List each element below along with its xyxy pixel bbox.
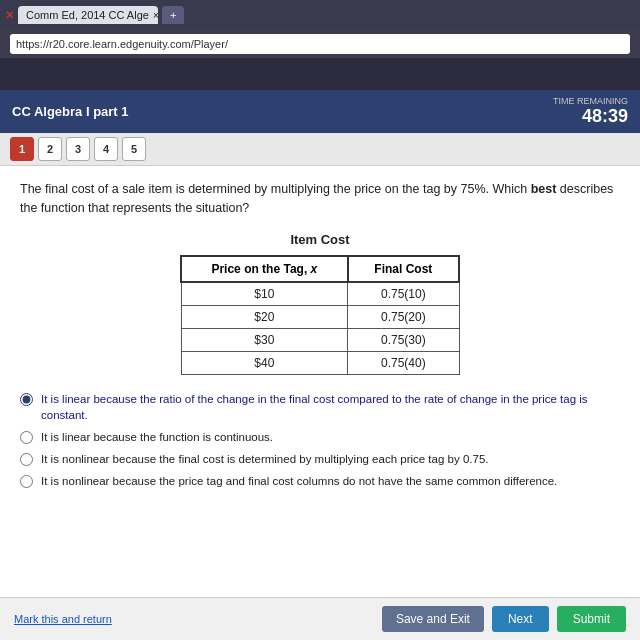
time-remaining-value: 48:39 [582, 106, 628, 126]
question-text-part1: The final cost of a sale item is determi… [20, 182, 531, 196]
option-item-1: It is linear because the ratio of the ch… [20, 391, 620, 423]
option-item-2: It is linear because the function is con… [20, 429, 620, 445]
question-nav-btn-5[interactable]: 5 [122, 137, 146, 161]
browser-chrome: ✕ Comm Ed, 2014 CC Alge × + [0, 0, 640, 90]
submit-button[interactable]: Submit [557, 606, 626, 632]
table-header-price: Price on the Tag, x [181, 256, 348, 282]
table-row: $40 0.75(40) [181, 351, 459, 374]
question-nav-btn-3[interactable]: 3 [66, 137, 90, 161]
table-cell-final-2: 0.75(20) [348, 305, 459, 328]
option-text-4: It is nonlinear because the price tag an… [41, 473, 557, 489]
next-button[interactable]: Next [492, 606, 549, 632]
new-tab-button[interactable]: + [162, 6, 184, 24]
main-content: CC Algebra I part 1 TIME REMAINING 48:39… [0, 90, 640, 640]
option-radio-2[interactable] [20, 431, 33, 444]
question-text-bold: best [531, 182, 557, 196]
table-cell-price-1: $10 [181, 282, 348, 306]
active-tab-label: Comm Ed, 2014 CC Alge [26, 9, 149, 21]
answer-options: It is linear because the ratio of the ch… [20, 391, 620, 489]
address-bar [0, 30, 640, 58]
option-radio-3[interactable] [20, 453, 33, 466]
save-exit-button[interactable]: Save and Exit [382, 606, 484, 632]
question-text: The final cost of a sale item is determi… [20, 180, 620, 218]
table-row: $20 0.75(20) [181, 305, 459, 328]
question-nav-btn-4[interactable]: 4 [94, 137, 118, 161]
mark-return-link[interactable]: Mark this and return [14, 613, 112, 625]
table-row: $10 0.75(10) [181, 282, 459, 306]
question-nav-btn-2[interactable]: 2 [38, 137, 62, 161]
footer-buttons: Save and Exit Next Submit [382, 606, 626, 632]
table-cell-price-3: $30 [181, 328, 348, 351]
lms-header: CC Algebra I part 1 TIME REMAINING 48:39 [0, 90, 640, 133]
table-header-final: Final Cost [348, 256, 459, 282]
option-radio-1[interactable] [20, 393, 33, 406]
table-cell-price-4: $40 [181, 351, 348, 374]
table-title: Item Cost [20, 232, 620, 247]
question-nav-btn-1[interactable]: 1 [10, 137, 34, 161]
option-text-2: It is linear because the function is con… [41, 429, 273, 445]
address-input[interactable] [10, 34, 630, 54]
time-remaining-block: TIME REMAINING 48:39 [553, 96, 628, 127]
table-cell-final-4: 0.75(40) [348, 351, 459, 374]
footer: Mark this and return Save and Exit Next … [0, 597, 640, 640]
table-cell-final-1: 0.75(10) [348, 282, 459, 306]
table-row: $30 0.75(30) [181, 328, 459, 351]
option-radio-4[interactable] [20, 475, 33, 488]
time-remaining-label: TIME REMAINING [553, 96, 628, 106]
option-text-1: It is linear because the ratio of the ch… [41, 391, 620, 423]
question-nav: 1 2 3 4 5 [0, 133, 640, 166]
tab-close-icon[interactable]: × [153, 10, 158, 21]
question-area: The final cost of a sale item is determi… [0, 166, 640, 597]
option-item-4: It is nonlinear because the price tag an… [20, 473, 620, 489]
table-cell-price-2: $20 [181, 305, 348, 328]
option-item-3: It is nonlinear because the final cost i… [20, 451, 620, 467]
course-title: CC Algebra I part 1 [12, 104, 129, 119]
browser-x-icon: ✕ [5, 9, 14, 22]
item-cost-table: Price on the Tag, x Final Cost $10 0.75(… [180, 255, 460, 375]
active-tab[interactable]: Comm Ed, 2014 CC Alge × [18, 6, 158, 24]
table-cell-final-3: 0.75(30) [348, 328, 459, 351]
option-text-3: It is nonlinear because the final cost i… [41, 451, 488, 467]
tab-bar: ✕ Comm Ed, 2014 CC Alge × + [0, 0, 640, 30]
